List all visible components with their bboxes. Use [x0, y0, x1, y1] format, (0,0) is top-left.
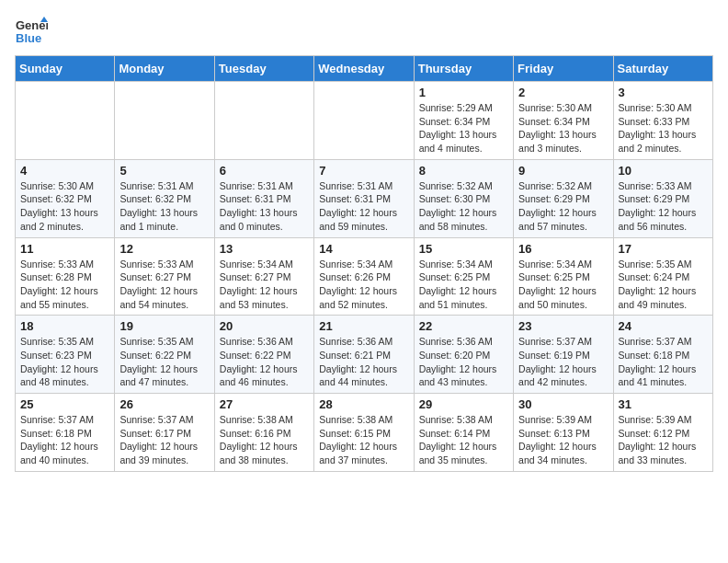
calendar-cell: 6Sunrise: 5:31 AM Sunset: 6:31 PM Daylig…: [214, 159, 313, 237]
calendar-cell: 20Sunrise: 5:36 AM Sunset: 6:22 PM Dayli…: [214, 316, 313, 394]
day-number: 29: [419, 397, 508, 411]
day-info: Sunrise: 5:32 AM Sunset: 6:29 PM Dayligh…: [518, 179, 608, 234]
calendar-cell: 11Sunrise: 5:33 AM Sunset: 6:28 PM Dayli…: [16, 237, 115, 316]
calendar-cell: 21Sunrise: 5:36 AM Sunset: 6:21 PM Dayli…: [314, 316, 414, 394]
page-header: General Blue: [15, 15, 713, 48]
header-day: Tuesday: [214, 56, 313, 82]
day-number: 20: [220, 319, 309, 333]
calendar-cell: 9Sunrise: 5:32 AM Sunset: 6:29 PM Daylig…: [514, 159, 613, 237]
day-info: Sunrise: 5:39 AM Sunset: 6:13 PM Dayligh…: [518, 413, 608, 467]
header-day: Thursday: [414, 56, 513, 82]
day-info: Sunrise: 5:36 AM Sunset: 6:22 PM Dayligh…: [220, 335, 309, 389]
calendar-cell: 4Sunrise: 5:30 AM Sunset: 6:32 PM Daylig…: [16, 159, 115, 237]
day-number: 15: [419, 242, 508, 256]
calendar-cell: 19Sunrise: 5:35 AM Sunset: 6:22 PM Dayli…: [115, 316, 214, 394]
calendar-cell: 17Sunrise: 5:35 AM Sunset: 6:24 PM Dayli…: [613, 237, 712, 316]
calendar-cell: 29Sunrise: 5:38 AM Sunset: 6:14 PM Dayli…: [414, 394, 513, 472]
calendar-cell: 23Sunrise: 5:37 AM Sunset: 6:19 PM Dayli…: [514, 316, 613, 394]
day-number: 7: [319, 164, 408, 178]
calendar-cell: 22Sunrise: 5:36 AM Sunset: 6:20 PM Dayli…: [414, 316, 513, 394]
day-number: 12: [119, 242, 209, 256]
day-info: Sunrise: 5:38 AM Sunset: 6:16 PM Dayligh…: [220, 413, 309, 467]
day-number: 23: [518, 319, 608, 333]
day-number: 11: [20, 242, 109, 256]
header-day: Friday: [514, 56, 613, 82]
day-number: 6: [220, 164, 309, 178]
calendar-cell: 8Sunrise: 5:32 AM Sunset: 6:30 PM Daylig…: [414, 159, 513, 237]
day-info: Sunrise: 5:37 AM Sunset: 6:17 PM Dayligh…: [119, 413, 209, 467]
calendar-cell: 3Sunrise: 5:30 AM Sunset: 6:33 PM Daylig…: [613, 82, 712, 160]
day-number: 24: [619, 319, 708, 333]
day-number: 22: [419, 319, 508, 333]
day-info: Sunrise: 5:33 AM Sunset: 6:28 PM Dayligh…: [20, 258, 109, 312]
day-number: 1: [419, 86, 508, 99]
day-info: Sunrise: 5:37 AM Sunset: 6:18 PM Dayligh…: [20, 413, 109, 467]
day-info: Sunrise: 5:34 AM Sunset: 6:27 PM Dayligh…: [220, 258, 309, 312]
calendar-cell: 15Sunrise: 5:34 AM Sunset: 6:25 PM Dayli…: [414, 237, 513, 316]
calendar-cell: [314, 82, 414, 160]
calendar-cell: 31Sunrise: 5:39 AM Sunset: 6:12 PM Dayli…: [613, 394, 712, 472]
day-number: 13: [220, 242, 309, 256]
calendar-header-row: SundayMondayTuesdayWednesdayThursdayFrid…: [16, 56, 713, 82]
day-number: 17: [619, 242, 708, 256]
day-info: Sunrise: 5:31 AM Sunset: 6:31 PM Dayligh…: [319, 179, 408, 234]
header-day: Saturday: [613, 56, 712, 82]
day-info: Sunrise: 5:37 AM Sunset: 6:19 PM Dayligh…: [518, 335, 608, 389]
day-number: 27: [220, 397, 309, 411]
day-info: Sunrise: 5:31 AM Sunset: 6:32 PM Dayligh…: [119, 179, 209, 234]
calendar-cell: 7Sunrise: 5:31 AM Sunset: 6:31 PM Daylig…: [314, 159, 414, 237]
day-info: Sunrise: 5:30 AM Sunset: 6:33 PM Dayligh…: [619, 101, 708, 155]
day-info: Sunrise: 5:35 AM Sunset: 6:22 PM Dayligh…: [119, 335, 209, 389]
day-info: Sunrise: 5:38 AM Sunset: 6:14 PM Dayligh…: [419, 413, 508, 467]
day-info: Sunrise: 5:35 AM Sunset: 6:23 PM Dayligh…: [20, 335, 109, 389]
calendar-week-row: 18Sunrise: 5:35 AM Sunset: 6:23 PM Dayli…: [16, 316, 713, 394]
day-number: 16: [518, 242, 608, 256]
day-info: Sunrise: 5:33 AM Sunset: 6:27 PM Dayligh…: [119, 258, 209, 312]
logo-icon: General Blue: [15, 15, 48, 48]
calendar-cell: 2Sunrise: 5:30 AM Sunset: 6:34 PM Daylig…: [514, 82, 613, 160]
day-number: 26: [119, 397, 209, 411]
day-number: 30: [518, 397, 608, 411]
header-day: Monday: [115, 56, 214, 82]
day-info: Sunrise: 5:39 AM Sunset: 6:12 PM Dayligh…: [619, 413, 708, 467]
day-number: 31: [619, 397, 708, 411]
header-day: Sunday: [16, 56, 115, 82]
day-info: Sunrise: 5:31 AM Sunset: 6:31 PM Dayligh…: [220, 179, 309, 234]
calendar-cell: 5Sunrise: 5:31 AM Sunset: 6:32 PM Daylig…: [115, 159, 214, 237]
day-info: Sunrise: 5:37 AM Sunset: 6:18 PM Dayligh…: [619, 335, 708, 389]
day-info: Sunrise: 5:29 AM Sunset: 6:34 PM Dayligh…: [419, 101, 508, 155]
calendar-cell: 28Sunrise: 5:38 AM Sunset: 6:15 PM Dayli…: [314, 394, 414, 472]
calendar-cell: 30Sunrise: 5:39 AM Sunset: 6:13 PM Dayli…: [514, 394, 613, 472]
day-number: 19: [119, 319, 209, 333]
calendar-week-row: 11Sunrise: 5:33 AM Sunset: 6:28 PM Dayli…: [16, 237, 713, 316]
day-number: 8: [419, 164, 508, 178]
day-info: Sunrise: 5:34 AM Sunset: 6:25 PM Dayligh…: [518, 258, 608, 312]
calendar-week-row: 1Sunrise: 5:29 AM Sunset: 6:34 PM Daylig…: [16, 82, 713, 160]
calendar-cell: [115, 82, 214, 160]
day-info: Sunrise: 5:35 AM Sunset: 6:24 PM Dayligh…: [619, 258, 708, 312]
day-info: Sunrise: 5:32 AM Sunset: 6:30 PM Dayligh…: [419, 179, 508, 234]
day-info: Sunrise: 5:33 AM Sunset: 6:29 PM Dayligh…: [619, 179, 708, 234]
calendar-cell: [214, 82, 313, 160]
calendar-cell: [16, 82, 115, 160]
calendar-cell: 18Sunrise: 5:35 AM Sunset: 6:23 PM Dayli…: [16, 316, 115, 394]
day-number: 18: [20, 319, 109, 333]
day-number: 5: [119, 164, 209, 178]
calendar-cell: 24Sunrise: 5:37 AM Sunset: 6:18 PM Dayli…: [613, 316, 712, 394]
day-info: Sunrise: 5:34 AM Sunset: 6:26 PM Dayligh…: [319, 258, 408, 312]
day-number: 25: [20, 397, 109, 411]
day-number: 4: [20, 164, 109, 178]
calendar-cell: 12Sunrise: 5:33 AM Sunset: 6:27 PM Dayli…: [115, 237, 214, 316]
calendar-cell: 16Sunrise: 5:34 AM Sunset: 6:25 PM Dayli…: [514, 237, 613, 316]
svg-text:Blue: Blue: [16, 31, 41, 45]
calendar-week-row: 25Sunrise: 5:37 AM Sunset: 6:18 PM Dayli…: [16, 394, 713, 472]
calendar-cell: 10Sunrise: 5:33 AM Sunset: 6:29 PM Dayli…: [613, 159, 712, 237]
day-number: 9: [518, 164, 608, 178]
calendar-cell: 13Sunrise: 5:34 AM Sunset: 6:27 PM Dayli…: [214, 237, 313, 316]
day-info: Sunrise: 5:36 AM Sunset: 6:20 PM Dayligh…: [419, 335, 508, 389]
day-number: 2: [518, 86, 608, 99]
day-number: 14: [319, 242, 408, 256]
day-info: Sunrise: 5:38 AM Sunset: 6:15 PM Dayligh…: [319, 413, 408, 467]
calendar-table: SundayMondayTuesdayWednesdayThursdayFrid…: [15, 55, 713, 472]
calendar-week-row: 4Sunrise: 5:30 AM Sunset: 6:32 PM Daylig…: [16, 159, 713, 237]
